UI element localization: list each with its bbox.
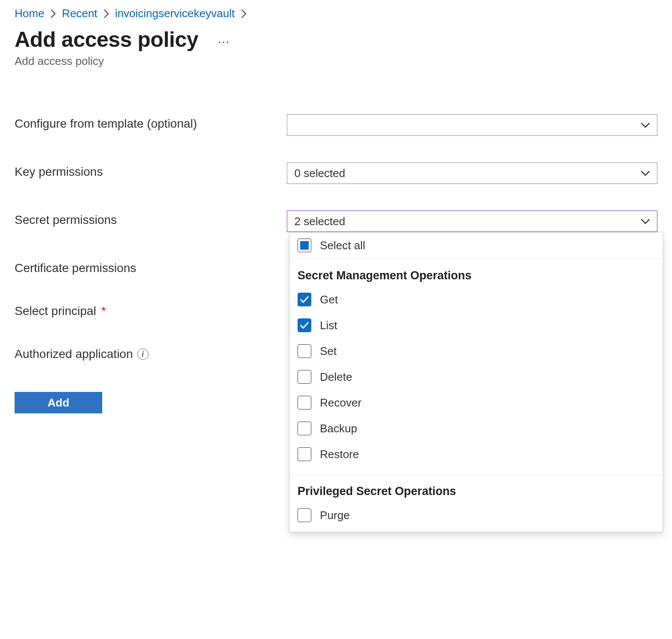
select-all-option[interactable]: Select all [290,232,663,259]
permission-option-label: Purge [320,509,350,522]
chevron-right-icon [103,9,109,18]
permission-option-label: Set [320,345,337,358]
checkbox-unchecked-icon [298,447,311,461]
key-permissions-value: 0 selected [294,167,345,180]
permission-option[interactable]: Restore [290,441,663,471]
permission-option-label: Delete [320,370,352,384]
secret-permissions-panel: Select all Secret Management Operations … [289,232,663,532]
checkbox-checked-icon [298,318,311,332]
chevron-down-icon [641,122,650,128]
key-permissions-label: Key permissions [15,162,287,179]
permission-option-label: Recover [320,396,362,410]
permission-option[interactable]: Delete [290,364,663,390]
add-button[interactable]: Add [15,392,102,413]
key-permissions-dropdown[interactable]: 0 selected [287,162,657,184]
select-principal-label: Select principal* [15,302,289,318]
breadcrumb-home[interactable]: Home [15,7,44,20]
secret-permissions-dropdown[interactable]: 2 selected [287,211,657,232]
permission-option-label: Backup [320,422,357,435]
permission-option[interactable]: Get [290,287,663,312]
breadcrumb-recent[interactable]: Recent [62,7,97,20]
required-indicator: * [101,304,106,318]
group-privileged-secret: Privileged Secret Operations [290,475,663,502]
page-title: Add access policy [15,27,198,52]
secret-permissions-value: 2 selected [294,215,345,228]
info-icon[interactable]: i [137,349,149,360]
checkbox-unchecked-icon [298,370,311,384]
permission-option-label: Get [320,293,338,306]
breadcrumb: Home Recent invoicingservicekeyvault [15,7,657,20]
permission-option[interactable]: List [290,312,663,338]
permission-option-label: Restore [320,448,359,461]
page-subtitle: Add access policy [15,55,657,68]
chevron-right-icon [50,9,56,18]
breadcrumb-keyvault[interactable]: invoicingservicekeyvault [115,7,235,20]
group-secret-management: Secret Management Operations [290,259,663,287]
checkbox-unchecked-icon [298,508,311,522]
chevron-down-icon [641,218,650,224]
permission-option[interactable]: Recover [290,390,663,416]
permission-option-label: List [320,319,337,332]
checkbox-unchecked-icon [298,344,311,358]
template-dropdown[interactable] [287,114,657,136]
permission-option[interactable]: Set [290,338,663,364]
more-button[interactable]: ··· [216,35,233,49]
checkbox-unchecked-icon [298,396,311,410]
permission-option[interactable]: Purge [290,502,663,532]
checkbox-checked-icon [298,293,311,306]
select-all-label: Select all [320,239,365,252]
authorized-application-label: Authorized application i [15,345,289,361]
permission-option[interactable]: Backup [290,416,663,441]
chevron-down-icon [641,170,650,176]
template-label: Configure from template (optional) [15,114,287,131]
secret-permissions-label: Secret permissions [15,211,287,227]
checkbox-indeterminate-icon [298,238,311,252]
chevron-right-icon [241,9,246,18]
checkbox-unchecked-icon [298,422,311,435]
certificate-permissions-label: Certificate permissions [15,259,289,275]
